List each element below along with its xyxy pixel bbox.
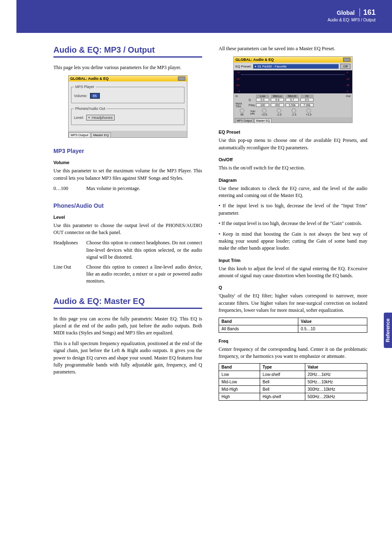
th: Type [260, 364, 305, 371]
shot1-level-label: Level: [74, 116, 84, 120]
def-headphones-def: Choose this option to connect headphones… [86, 239, 202, 261]
shot1-group2-legend: Phones/Audio Out [74, 107, 106, 111]
intro-text: This page lets you define various parame… [53, 64, 202, 71]
td: Bell [260, 378, 305, 386]
td: 50Hz…10kHz [305, 378, 367, 386]
header-crumb: Global 161 Audio & EQ: MP3 / Output [327, 8, 376, 22]
gain-val: +2.0 [261, 113, 267, 116]
td: All Bands [219, 325, 298, 332]
shot2-preset-value: 01 Pa300 - Favorite [258, 65, 286, 68]
knob-icon [291, 108, 296, 113]
td: 20Hz…1kHz [305, 371, 367, 378]
heading-rule-2 [53, 308, 202, 309]
screenshot-mp3-output: GLOBAL: Audio & EQ MP3 Player Volume: 85… [68, 75, 187, 138]
side-tab-reference: Reference [384, 313, 392, 348]
subhead-eq-preset: EQ Preset [219, 130, 367, 134]
shot2-title: GLOBAL: Audio & EQ [235, 58, 274, 62]
q-cell: 0.7 [286, 98, 299, 102]
header-breadcrumb: Audio & EQ: MP3 / Output [327, 18, 376, 22]
para-saved: All these parameters can be saved into a… [219, 45, 367, 52]
td: Mid-Low [219, 378, 260, 386]
col-hdr: Low [256, 95, 269, 97]
trim-label: Input Trim [235, 102, 247, 108]
q-cell: 0.8 [271, 98, 284, 102]
def-lineout-def: Choose this option to connect a line-lev… [86, 264, 202, 285]
para-freq: Center frequency of the corresponding ba… [219, 346, 367, 360]
def-volume-term: 0…100 [53, 185, 86, 192]
freq-label: Freq. [249, 104, 254, 107]
shot2-off-button: Off [340, 64, 350, 69]
shot2-in-label: In [235, 95, 247, 97]
col-hdr: Mid-Hi [286, 95, 299, 97]
td: 300Hz…10kHz [305, 386, 367, 393]
shot1-tab-mastereq: Master EQ [91, 132, 111, 137]
bullet-d2: If the output level is too high, decreas… [219, 220, 367, 227]
shot2-out-label: Out [346, 95, 350, 97]
screenshot-master-eq: GLOBAL: Audio & EQ EQ Preset: 01 Pa300 -… [233, 56, 353, 123]
th: Band [219, 318, 298, 325]
gain-label: Gain [dB] [250, 110, 256, 115]
table-q: BandValue All Bands0.5…10 [219, 318, 367, 333]
para-level: Use this parameter to choose the output … [53, 222, 202, 237]
th: Band [219, 364, 260, 371]
menu-icon [343, 58, 350, 62]
freq-cell: 3.50k [286, 103, 299, 107]
header-banner: Global 161 Audio & EQ: MP3 / Output [16, 0, 392, 33]
def-volume-def: Max volume in percentage. [86, 185, 202, 192]
freq-cell: 100 [256, 103, 269, 107]
shot1-group1-legend: MP3 Player [74, 85, 96, 89]
para-master1: In this page you can access the fully pa… [53, 315, 202, 337]
para-q: 'Quality' of the EQ filter; higher value… [219, 292, 367, 314]
heading-mp3-output: Audio & EQ: MP3 / Output [53, 45, 202, 55]
q-label: Q [249, 98, 254, 101]
tick: -0 [346, 71, 352, 74]
q-cell: 0.6 [256, 98, 269, 102]
tick: -0 [346, 90, 352, 93]
knob-icon [306, 108, 311, 113]
para-eq-preset: Use this pop-up menu to choose one of th… [219, 137, 367, 151]
para-volume: Use this parameter to set the maximum vo… [53, 167, 202, 182]
th: Value [298, 318, 367, 325]
bullet-d1: If the input level is too high, decrease… [219, 202, 367, 217]
table-freq: Band Type Value LowLow-shelf20Hz…1kHz Mi… [219, 363, 367, 401]
tick: -20 [346, 84, 352, 86]
shot2-tab-mastereq: Master EQ [254, 118, 271, 123]
para-input-trim: Use this knob to adjust the level of the… [219, 265, 367, 280]
shot1-title: GLOBAL: Audio & EQ [70, 77, 108, 81]
subhead-level: Level [53, 215, 202, 220]
def-lineout-term: Line Out [53, 264, 86, 285]
para-onoff: This is the on/off switch for the EQ sec… [219, 165, 367, 172]
para-master2: This is a full spectrum frequency equali… [53, 340, 202, 376]
subhead-phones: Phones/Audio Out [53, 202, 202, 209]
td: High-shelf [260, 393, 305, 401]
col-hdr: Hi [300, 95, 314, 97]
freq-cell: 450 [271, 103, 284, 107]
heading-rule [53, 56, 202, 58]
subhead-diagram: Diagram [219, 178, 367, 183]
subhead-mp3-player: MP3 Player [53, 148, 202, 154]
gain-val: -1.0 [277, 113, 281, 116]
def-headphones-term: Headphones [53, 239, 86, 261]
subhead-freq: Freq [219, 339, 367, 343]
right-column: All these parameters can be saved into a… [219, 45, 367, 406]
knob-icon [240, 108, 244, 113]
td: Low [219, 371, 260, 378]
shot1-volume-value: 85 [90, 93, 100, 99]
bullet-d3: Keep in mind that boosting the Gain is n… [219, 231, 367, 252]
subhead-onoff: On/Off [219, 157, 367, 162]
shot2-preset-label: EQ Preset: [235, 65, 251, 68]
shot2-eq-graph: 0- 10- 20- -0 -0 -10 -20 -0 [234, 70, 352, 93]
header-section: Global [337, 9, 355, 16]
page-number: 161 [360, 8, 376, 16]
td: Low-shelf [260, 371, 305, 378]
shot1-level-value: Headphones [92, 116, 113, 120]
shot2-tab-mp3: MP3 Output [235, 118, 254, 123]
col-hdr: Mid-Lo [271, 95, 284, 97]
subhead-volume: Volume [53, 160, 202, 165]
th: Value [305, 364, 367, 371]
shot1-tab-mp3: MP3 Output [69, 132, 90, 137]
td: 500Hz…20kHz [305, 393, 367, 401]
knob-icon [277, 108, 281, 113]
para-diagram: Use these indicators to check the EQ cur… [219, 185, 367, 199]
heading-master-eq: Audio & EQ: Master EQ [53, 297, 202, 306]
